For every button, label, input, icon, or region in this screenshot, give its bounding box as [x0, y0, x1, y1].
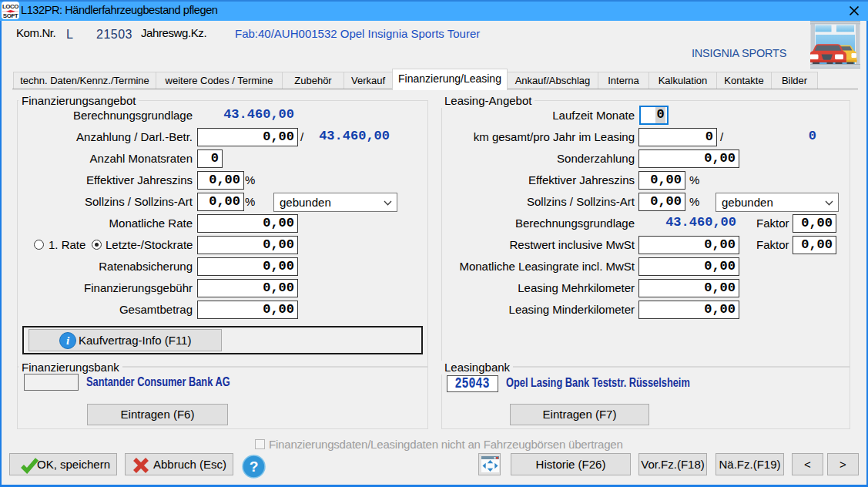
svg-text:?: ?	[250, 458, 259, 475]
svg-text:i: i	[66, 334, 70, 347]
